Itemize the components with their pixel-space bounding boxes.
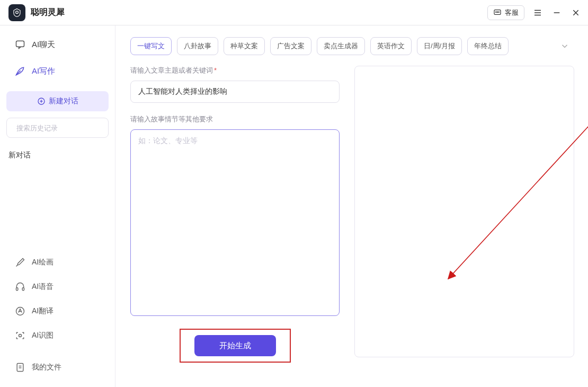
sidebar-item-chat[interactable]: AI聊天 bbox=[6, 33, 109, 56]
file-icon bbox=[15, 362, 25, 373]
chip-onekey-write[interactable]: 一键写文 bbox=[130, 37, 172, 55]
minimize-icon[interactable] bbox=[551, 7, 563, 19]
svg-point-0 bbox=[16, 11, 19, 13]
form-column: 请输入文章主题或者关键词* 请输入故事情节等其他要求 开始生成 bbox=[130, 66, 340, 363]
close-icon[interactable] bbox=[570, 7, 582, 19]
sidebar-item-files[interactable]: 我的文件 bbox=[6, 356, 109, 379]
generate-button[interactable]: 开始生成 bbox=[194, 335, 276, 356]
history-item[interactable]: 新对话 bbox=[6, 146, 109, 164]
sidebar-item-voice[interactable]: AI语音 bbox=[6, 276, 109, 298]
sidebar-item-label: AI识图 bbox=[32, 331, 54, 340]
sidebar-item-label: AI聊天 bbox=[32, 40, 55, 50]
sidebar-item-label: AI绘画 bbox=[32, 258, 54, 267]
menu-icon[interactable] bbox=[532, 7, 544, 19]
chip-english-essay[interactable]: 英语作文 bbox=[370, 37, 412, 55]
chevron-down-icon bbox=[560, 41, 569, 51]
search-box[interactable] bbox=[6, 118, 109, 138]
image-scan-icon bbox=[15, 330, 25, 341]
app-logo bbox=[8, 4, 25, 21]
chip-ad-copy[interactable]: 广告文案 bbox=[270, 37, 311, 55]
svg-rect-11 bbox=[16, 41, 24, 47]
translate-icon bbox=[15, 306, 25, 316]
chip-selling-point[interactable]: 卖点生成器 bbox=[317, 37, 365, 55]
titlebar: 聪明灵犀 客服 bbox=[0, 0, 588, 25]
support-label: 客服 bbox=[505, 8, 519, 17]
svg-rect-19 bbox=[22, 288, 24, 291]
topic-label: 请输入文章主题或者关键词* bbox=[130, 66, 340, 75]
svg-point-3 bbox=[497, 12, 497, 12]
generate-highlight-box: 开始生成 bbox=[180, 329, 291, 363]
sidebar-item-label: 我的文件 bbox=[32, 363, 61, 372]
main-panel: 一键写文 八卦故事 种草文案 广告文案 卖点生成器 英语作文 日/周/月报 年终… bbox=[115, 25, 588, 387]
app-title: 聪明灵犀 bbox=[31, 7, 65, 18]
chip-report[interactable]: 日/周/月报 bbox=[417, 37, 462, 55]
new-chat-button[interactable]: 新建对话 bbox=[6, 91, 109, 111]
new-chat-label: 新建对话 bbox=[49, 96, 78, 106]
sidebar-item-image[interactable]: AI识图 bbox=[6, 324, 109, 347]
detail-label: 请输入故事情节等其他要求 bbox=[130, 115, 340, 124]
brush-icon bbox=[15, 257, 25, 268]
plus-circle-icon bbox=[37, 97, 46, 105]
sidebar-item-label: AI写作 bbox=[32, 66, 55, 76]
expand-templates-button[interactable] bbox=[555, 38, 574, 54]
topic-input[interactable] bbox=[130, 81, 340, 103]
chip-gossip-story[interactable]: 八卦故事 bbox=[177, 37, 218, 55]
sidebar-item-label: AI翻译 bbox=[32, 306, 54, 316]
sidebar-item-write[interactable]: AI写作 bbox=[6, 59, 109, 83]
search-input[interactable] bbox=[16, 124, 105, 132]
svg-point-2 bbox=[496, 12, 496, 12]
support-button[interactable]: 客服 bbox=[487, 5, 524, 20]
sidebar-item-paint[interactable]: AI绘画 bbox=[6, 251, 109, 274]
svg-point-21 bbox=[19, 335, 22, 337]
svg-rect-22 bbox=[17, 364, 23, 372]
feather-icon bbox=[15, 66, 25, 76]
sidebar-item-translate[interactable]: AI翻译 bbox=[6, 300, 109, 322]
chat-icon bbox=[15, 39, 25, 50]
detail-textarea[interactable] bbox=[130, 129, 340, 316]
headphone-icon bbox=[15, 282, 25, 292]
sidebar: AI聊天 AI写作 新建对话 新对话 AI绘画 AI语音 bbox=[0, 25, 115, 387]
chip-year-summary[interactable]: 年终总结 bbox=[467, 37, 509, 55]
chip-seeding-copy[interactable]: 种草文案 bbox=[224, 37, 265, 55]
sidebar-item-label: AI语音 bbox=[32, 282, 54, 292]
template-chips-row: 一键写文 八卦故事 种草文案 广告文案 卖点生成器 英语作文 日/周/月报 年终… bbox=[130, 37, 574, 55]
output-panel bbox=[354, 66, 574, 357]
svg-rect-18 bbox=[16, 288, 18, 291]
svg-point-4 bbox=[498, 12, 499, 12]
